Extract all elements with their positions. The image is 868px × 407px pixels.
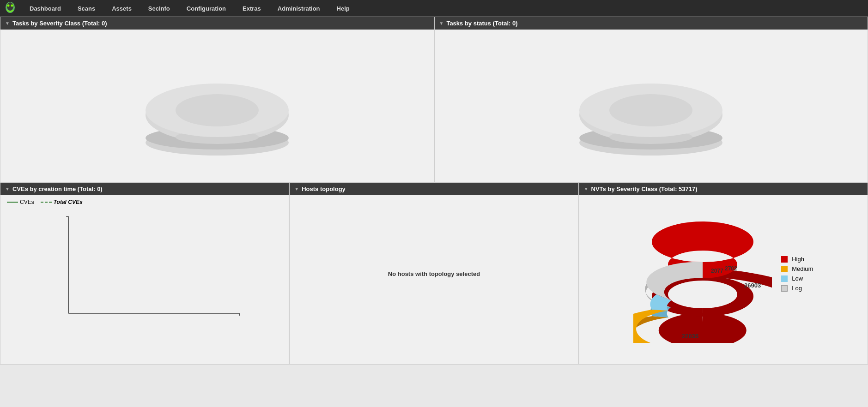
nav-item-help[interactable]: Help [328,0,358,17]
cves-panel-header: ▼ CVEs by creation time (Total: 0) [0,183,289,195]
hosts-panel: ▼ Hosts topology No hosts with topology … [289,182,578,365]
cve-legend: CVEs Total CVEs [0,195,289,207]
hosts-panel-header: ▼ Hosts topology [290,183,578,195]
nvt-log-label-text: Log [792,285,802,292]
status-donut-chart [563,36,739,175]
nav-item-dashboard[interactable]: Dashboard [21,0,69,17]
hosts-panel-title: Hosts topology [302,186,346,192]
cves-panel-title: CVEs by creation time (Total: 0) [12,186,103,192]
high-color-icon [781,256,788,263]
nav-item-configuration[interactable]: Configuration [178,0,234,17]
nav-item-secinfo[interactable]: SecInfo [140,0,178,17]
status-panel-header: ▼ Tasks by status (Total: 0) [435,17,868,30]
nav-item-extras[interactable]: Extras [234,0,269,17]
nvt-log-label: 2077 [711,268,723,274]
nvt-legend: High Medium Low Log [781,256,813,292]
status-panel-title: Tasks by status (Total: 0) [446,20,517,27]
medium-color-icon [781,266,788,272]
severity-chart-body [0,30,434,182]
nvt-high-label-text: High [792,256,804,263]
nvts-panel-header: ▼ NVTs by Severity Class (Total: 53717) [579,183,868,195]
nvt-log-legend: Log [781,285,813,292]
nav-item-administration[interactable]: Administration [269,0,328,17]
nvts-panel: ▼ NVTs by Severity Class (Total: 53717) [579,182,868,365]
cve-svg [5,212,284,332]
hosts-arrow[interactable]: ▼ [294,186,299,192]
nvts-pie-chart: 26903 22035 2077 2702 [633,204,772,343]
nvt-low-label: 2702 [725,265,737,272]
nvt-medium-label: 22035 [682,333,698,340]
cves-arrow[interactable]: ▼ [5,186,10,192]
severity-arrow[interactable]: ▼ [5,21,10,26]
nvt-low-legend: Low [781,275,813,282]
cve-dashed-legend: Total CVEs [41,199,83,205]
app-logo[interactable] [2,0,18,17]
svg-point-20 [609,94,692,126]
nvt-high-legend: High [781,256,813,263]
severity-panel: ▼ Tasks by Severity Class (Total: 0) [0,17,434,182]
severity-panel-header: ▼ Tasks by Severity Class (Total: 0) [0,17,434,30]
cve-chart [0,207,289,364]
nvt-medium-label-text: Medium [792,265,813,272]
svg-point-12 [176,94,259,126]
dashboard-grid: ▼ Tasks by Severity Class (Total: 0) [0,17,868,365]
nvt-low-label-text: Low [792,275,803,282]
hosts-chart-body: No hosts with topology selected [290,195,578,352]
svg-point-4 [11,5,13,7]
status-chart-body [435,30,868,182]
status-panel: ▼ Tasks by status (Total: 0) [434,17,868,182]
cve-solid-legend: CVEs [7,199,34,205]
solid-line-icon [7,202,18,203]
nvts-arrow[interactable]: ▼ [584,186,589,192]
severity-panel-title: Tasks by Severity Class (Total: 0) [12,20,107,27]
cves-panel: ▼ CVEs by creation time (Total: 0) CVEs … [0,182,289,365]
bottom-row: ▼ CVEs by creation time (Total: 0) CVEs … [0,182,868,365]
log-color-icon [781,285,788,292]
nvt-high-label: 26903 [744,282,761,289]
navbar: DashboardScansAssetsSecInfoConfiguration… [0,0,868,17]
status-arrow[interactable]: ▼ [439,21,444,26]
low-color-icon [781,275,788,282]
cve-dashed-label: Total CVEs [54,199,83,205]
nvt-medium-legend: Medium [781,265,813,272]
nav-item-assets[interactable]: Assets [103,0,140,17]
nav-item-scans[interactable]: Scans [69,0,103,17]
svg-point-3 [7,5,10,7]
dashed-line-icon [41,202,52,203]
nvts-panel-title: NVTs by Severity Class (Total: 53717) [591,186,698,192]
severity-donut-chart [129,36,305,175]
nvts-chart-body: 26903 22035 2077 2702 High Medium [579,195,868,352]
no-hosts-message: No hosts with topology selected [388,270,480,277]
cve-solid-label: CVEs [20,199,34,205]
